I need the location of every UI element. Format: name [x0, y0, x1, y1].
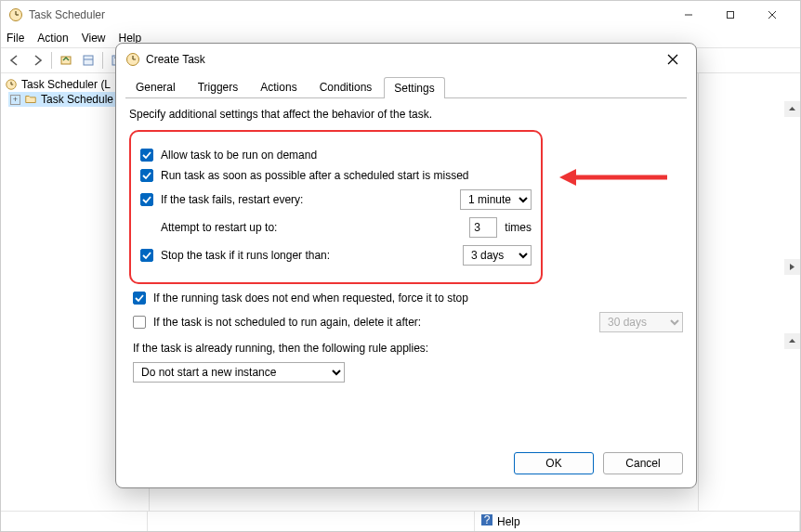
checkbox-delete-after[interactable]: [133, 316, 146, 329]
clock-icon: [5, 78, 18, 91]
view-button[interactable]: [78, 50, 98, 71]
status-cell-2: [148, 512, 475, 531]
checkbox-force-stop[interactable]: [133, 292, 146, 305]
menu-file[interactable]: File: [7, 32, 24, 45]
forward-button[interactable]: [27, 50, 47, 71]
label-attempt: Attempt to restart up to:: [161, 221, 277, 234]
label-run-asap: Run task as soon as possible after a sch…: [161, 169, 469, 182]
highlight-box: Allow task to be run on demand Run task …: [129, 130, 543, 284]
label-restart-if-fail: If the task fails, restart every:: [161, 193, 303, 206]
minimize-button[interactable]: [667, 2, 709, 29]
scroll-up-icon-2[interactable]: [784, 333, 800, 349]
row-delete-after: If the task is not scheduled to run agai…: [133, 312, 683, 332]
svg-text:?: ?: [484, 513, 491, 526]
dialog-title-bar: Create Task: [116, 44, 696, 75]
actions-pane: [698, 73, 800, 511]
select-already-running[interactable]: Do not start a new instance: [133, 362, 345, 383]
tab-general[interactable]: General: [125, 76, 186, 97]
tab-conditions[interactable]: Conditions: [309, 76, 383, 97]
dialog-buttons: OK Cancel: [116, 443, 696, 487]
label-stop-longer: Stop the task if it runs longer than:: [161, 249, 330, 262]
row-stop-longer: Stop the task if it runs longer than: 3 …: [140, 245, 532, 266]
select-delete-after[interactable]: 30 days: [599, 312, 683, 332]
window-controls: [667, 2, 793, 29]
row-attempt: Attempt to restart up to: times: [140, 217, 532, 238]
select-restart-interval[interactable]: 1 minute: [460, 189, 532, 210]
checkbox-stop-longer[interactable]: [140, 249, 153, 262]
menu-view[interactable]: View: [82, 32, 106, 45]
close-button[interactable]: [751, 2, 793, 29]
tab-actions[interactable]: Actions: [250, 76, 307, 97]
status-help: ? Help: [475, 512, 800, 531]
tab-triggers[interactable]: Triggers: [188, 76, 249, 97]
label-attempt-suffix: times: [505, 221, 532, 234]
menu-action[interactable]: Action: [37, 32, 68, 45]
clock-icon: [125, 52, 140, 67]
maximize-button[interactable]: [709, 2, 751, 29]
toolbar-separator-2: [102, 52, 103, 69]
row-run-asap: Run task as soon as possible after a sch…: [140, 169, 532, 182]
checkbox-restart-if-fail[interactable]: [140, 193, 153, 206]
tab-row: General Triggers Actions Conditions Sett…: [116, 75, 696, 97]
svg-rect-8: [84, 56, 93, 65]
toolbar-separator: [51, 52, 52, 69]
folder-icon: [24, 93, 37, 106]
scroll-up-icon[interactable]: [784, 101, 800, 117]
row-allow-on-demand: Allow task to be run on demand: [140, 149, 532, 162]
ok-button[interactable]: OK: [514, 452, 594, 474]
create-task-dialog: Create Task General Triggers Actions Con…: [115, 43, 697, 488]
svg-rect-4: [727, 12, 733, 19]
clock-icon: [8, 7, 23, 22]
row-restart-if-fail: If the task fails, restart every: 1 minu…: [140, 189, 532, 210]
label-force-stop: If the running task does not end when re…: [153, 292, 468, 305]
cancel-button[interactable]: Cancel: [603, 452, 683, 474]
attempt-controls: times: [469, 217, 532, 238]
status-bar: ? Help: [1, 511, 800, 531]
checkbox-run-asap[interactable]: [140, 169, 153, 182]
scroll-right-icon[interactable]: [784, 259, 800, 275]
checkbox-allow-on-demand[interactable]: [140, 149, 153, 162]
dialog-body: Specify additional settings that affect …: [116, 98, 696, 443]
dialog-close-button[interactable]: [659, 45, 687, 73]
label-allow-on-demand: Allow task to be run on demand: [161, 149, 317, 162]
status-cell-1: [1, 512, 148, 531]
select-stop-longer[interactable]: 3 days: [463, 245, 532, 266]
intro-text: Specify additional settings that affect …: [129, 108, 683, 121]
label-already-running: If the task is already running, then the…: [133, 342, 683, 355]
up-button[interactable]: [56, 50, 76, 71]
expand-icon[interactable]: +: [10, 95, 20, 105]
dialog-title: Create Task: [146, 53, 659, 66]
tree-child-label: Task Schedule: [41, 93, 113, 106]
tab-settings[interactable]: Settings: [384, 77, 444, 98]
status-help-label: Help: [497, 515, 520, 528]
row-force-stop: If the running task does not end when re…: [133, 292, 683, 305]
tree-root-label: Task Scheduler (L: [21, 78, 111, 91]
select-restart-interval-wrap: 1 minute: [460, 189, 532, 210]
select-delete-after-wrap: 30 days: [599, 312, 683, 332]
back-button[interactable]: [5, 50, 25, 71]
input-attempt-count[interactable]: [469, 217, 497, 238]
label-delete-after: If the task is not scheduled to run agai…: [153, 316, 421, 329]
window-title: Task Scheduler: [29, 8, 667, 21]
main-title-bar: Task Scheduler: [1, 1, 800, 29]
help-icon: ?: [480, 513, 493, 529]
select-stop-longer-wrap: 3 days: [463, 245, 532, 266]
